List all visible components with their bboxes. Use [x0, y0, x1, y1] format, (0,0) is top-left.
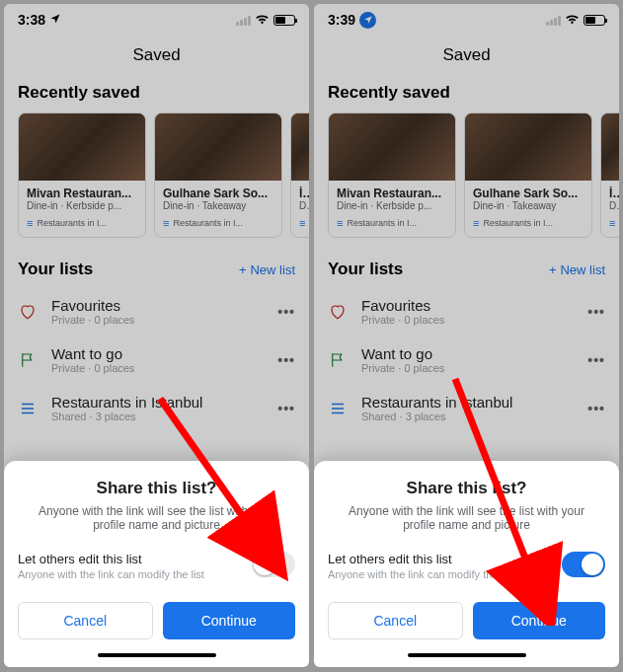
continue-label: Continue [201, 613, 257, 629]
card-sub: Dine [609, 200, 619, 211]
list-icon: ≡ [163, 217, 169, 229]
heart-icon [18, 303, 38, 321]
plus-icon: + [239, 262, 247, 277]
recent-card[interactable]: Gulhane Sark So... Dine-in · Takeaway ≡R… [464, 112, 592, 238]
location-icon [49, 12, 61, 28]
card-title: İstan [609, 187, 619, 200]
home-indicator[interactable] [98, 653, 216, 657]
card-title: İstan [299, 187, 309, 200]
list-item-title: Favourites [361, 297, 574, 314]
recent-title: Recently saved [4, 83, 309, 112]
page-title: Saved [314, 32, 619, 83]
list-item-sub: Shared · 3 places [361, 411, 574, 422]
list-item-sub: Private · 0 places [51, 362, 264, 374]
more-icon[interactable]: ••• [277, 352, 295, 368]
card-tag: Restaurants in I... [483, 218, 553, 228]
flag-icon [328, 351, 348, 369]
recent-title: Recently saved [314, 83, 619, 112]
more-icon[interactable]: ••• [587, 352, 605, 368]
card-sub: Dine-in · Takeaway [473, 200, 584, 211]
list-item-want-to-go[interactable]: Want to go Private · 0 places ••• [4, 336, 309, 384]
share-sheet: Share this list? Anyone with the link wi… [314, 461, 619, 667]
edit-sub: Anyone with the link can modify the list [18, 568, 242, 580]
recent-cards: Mivan Restauran... Dine-in · Kerbside p.… [4, 112, 309, 238]
card-image [329, 113, 455, 181]
cancel-label: Cancel [373, 613, 417, 629]
continue-button[interactable]: Continue [473, 602, 606, 639]
cancel-label: Cancel [63, 613, 107, 629]
list-item-favourites[interactable]: Favourites Private · 0 places ••• [4, 287, 309, 336]
battery-icon [584, 15, 605, 26]
card-title: Mivan Restauran... [337, 187, 447, 200]
plus-icon: + [549, 262, 557, 277]
status-bar: 3:38 [4, 4, 309, 32]
page-title: Saved [4, 32, 309, 83]
list-item-title: Restaurants in Istanbul [51, 394, 264, 411]
list-item-restaurants[interactable]: Restaurants in Istanbul Shared · 3 place… [4, 384, 309, 432]
phone-left: 3:38 Saved Recently saved Mivan Restaura… [4, 4, 309, 667]
edit-label: Let others edit this list [18, 552, 242, 566]
cancel-button[interactable]: Cancel [328, 602, 463, 639]
list-item-restaurants[interactable]: Restaurants in Istanbul Shared · 3 place… [314, 384, 619, 432]
card-image [601, 113, 619, 181]
edit-toggle[interactable] [252, 552, 295, 577]
recent-card[interactable]: Mivan Restauran... Dine-in · Kerbside p.… [18, 112, 146, 238]
card-tag: Restaurants in I... [347, 218, 417, 228]
home-indicator[interactable] [408, 653, 526, 657]
more-icon[interactable]: ••• [587, 304, 605, 320]
card-image [19, 113, 145, 181]
heart-icon [328, 303, 348, 321]
recent-cards: Mivan Restauran... Dine-in · Kerbside p.… [314, 112, 619, 238]
list-icon [18, 400, 38, 417]
card-sub: Dine [299, 200, 309, 211]
card-image [291, 113, 309, 181]
continue-button[interactable]: Continue [163, 602, 296, 639]
list-icon [328, 400, 348, 417]
flag-icon [18, 351, 38, 369]
battery-icon [273, 15, 295, 26]
edit-label: Let others edit this list [328, 552, 552, 566]
wifi-icon [565, 13, 580, 28]
list-item-title: Restaurants in Istanbul [361, 394, 574, 411]
list-item-want-to-go[interactable]: Want to go Private · 0 places ••• [314, 336, 619, 384]
list-icon: ≡ [27, 217, 33, 229]
new-list-label: New list [560, 262, 605, 277]
list-icon: ≡ [299, 217, 305, 229]
more-icon[interactable]: ••• [277, 304, 295, 320]
new-list-label: New list [250, 262, 295, 277]
status-time: 3:39 [328, 12, 355, 28]
list-icon: ≡ [337, 217, 343, 229]
recent-card[interactable]: İstan Dine ≡R [600, 112, 619, 238]
list-item-title: Want to go [361, 345, 574, 362]
edit-toggle[interactable] [562, 552, 605, 577]
more-icon[interactable]: ••• [277, 401, 295, 416]
sheet-title: Share this list? [328, 479, 605, 498]
card-title: Mivan Restauran... [27, 187, 137, 200]
wifi-icon [255, 13, 270, 28]
cancel-button[interactable]: Cancel [18, 602, 153, 639]
card-image [465, 113, 591, 181]
recent-card[interactable]: Gulhane Sark So... Dine-in · Takeaway ≡R… [154, 112, 282, 238]
list-item-sub: Shared · 3 places [51, 411, 264, 422]
list-item-sub: Private · 0 places [361, 314, 574, 326]
sheet-desc: Anyone with the link will see the list w… [38, 504, 275, 532]
list-item-sub: Private · 0 places [51, 314, 264, 326]
list-item-title: Favourites [51, 297, 264, 314]
recent-card[interactable]: Mivan Restauran... Dine-in · Kerbside p.… [328, 112, 456, 238]
status-bar: 3:39 [314, 4, 619, 32]
list-item-title: Want to go [51, 345, 264, 362]
recent-card[interactable]: İstan Dine ≡R [290, 112, 309, 238]
lists-title: Your lists [328, 260, 403, 279]
location-icon [359, 12, 376, 29]
card-title: Gulhane Sark So... [163, 187, 273, 200]
list-item-favourites[interactable]: Favourites Private · 0 places ••• [314, 287, 619, 336]
card-tag: Restaurants in I... [37, 218, 107, 228]
card-title: Gulhane Sark So... [473, 187, 584, 200]
new-list-button[interactable]: + New list [239, 262, 295, 277]
more-icon[interactable]: ••• [587, 401, 605, 416]
card-sub: Dine-in · Takeaway [163, 200, 273, 211]
new-list-button[interactable]: + New list [549, 262, 605, 277]
card-sub: Dine-in · Kerbside p... [27, 200, 137, 211]
list-icon: ≡ [609, 217, 615, 229]
lists-title: Your lists [18, 260, 93, 279]
